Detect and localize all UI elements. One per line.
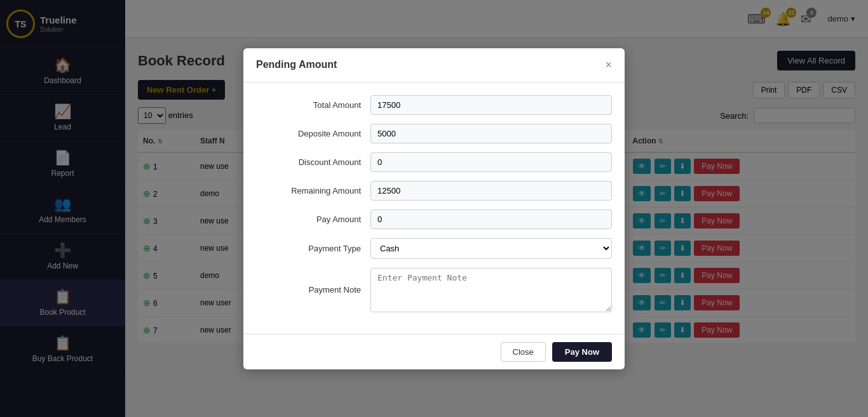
deposit-amount-input[interactable] <box>370 124 612 143</box>
payment-note-row: Payment Note <box>256 268 612 312</box>
modal-body: Total Amount Deposite Amount Discount Am… <box>243 83 625 334</box>
total-amount-input[interactable] <box>370 95 612 115</box>
close-modal-button[interactable]: Close <box>501 342 546 362</box>
remaining-amount-input[interactable] <box>370 181 612 201</box>
discount-amount-row: Discount Amount <box>256 152 612 172</box>
payment-type-select[interactable]: Cash Card Online <box>370 238 612 259</box>
deposit-amount-label: Deposite Amount <box>256 129 370 138</box>
modal-title: Pending Amount <box>256 59 337 70</box>
modal-footer: Close Pay Now <box>243 334 625 369</box>
payment-type-row: Payment Type Cash Card Online <box>256 238 612 259</box>
pending-amount-modal: Pending Amount × Total Amount Deposite A… <box>243 48 625 369</box>
pay-amount-label: Pay Amount <box>256 215 370 224</box>
pay-amount-row: Pay Amount <box>256 209 612 229</box>
remaining-amount-label: Remaining Amount <box>256 186 370 195</box>
payment-note-label: Payment Note <box>256 285 370 295</box>
total-amount-row: Total Amount <box>256 95 612 115</box>
discount-amount-label: Discount Amount <box>256 157 370 167</box>
discount-amount-input[interactable] <box>370 152 612 172</box>
modal-overlay[interactable]: Pending Amount × Total Amount Deposite A… <box>0 0 868 417</box>
modal-header: Pending Amount × <box>243 48 625 83</box>
total-amount-label: Total Amount <box>256 100 370 110</box>
modal-close-button[interactable]: × <box>605 58 612 72</box>
pay-now-modal-button[interactable]: Pay Now <box>552 342 612 362</box>
remaining-amount-row: Remaining Amount <box>256 181 612 201</box>
pay-amount-input[interactable] <box>370 209 612 229</box>
payment-note-textarea[interactable] <box>370 268 612 312</box>
payment-type-label: Payment Type <box>256 244 370 253</box>
deposit-amount-row: Deposite Amount <box>256 124 612 143</box>
